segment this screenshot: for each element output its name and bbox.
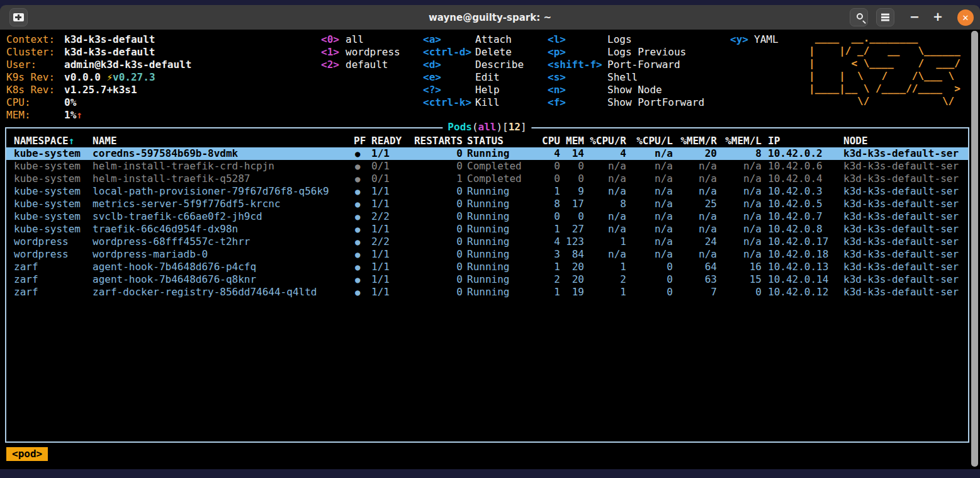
- search-button[interactable]: [850, 8, 868, 26]
- cell-cpu: 2: [536, 273, 560, 286]
- pod-row[interactable]: wordpress wordpress-mariadb-0 ● 1/1 0 Ru…: [6, 248, 968, 261]
- col-cpu[interactable]: CPU: [536, 135, 560, 147]
- cell-mem-r: n/a: [673, 173, 717, 185]
- cell-namespace: kube-system: [14, 160, 93, 173]
- cell-name: local-path-provisioner-79f67d76f8-q56k9: [93, 185, 354, 198]
- col-node[interactable]: NODE: [837, 135, 968, 147]
- pod-row[interactable]: kube-system helm-install-traefik-crd-hcp…: [6, 160, 968, 173]
- col-pf[interactable]: PF: [354, 135, 371, 147]
- pod-row[interactable]: kube-system metrics-server-5f9f776df5-kr…: [6, 198, 968, 210]
- cell-ready: 1/1: [371, 273, 409, 286]
- resource-crumb: <pod>: [6, 447, 48, 461]
- hotkey-row: <y> YAML: [730, 33, 779, 46]
- pod-row[interactable]: kube-system traefik-66c46d954f-dx98n ● 1…: [6, 223, 968, 236]
- cell-mem: 0: [560, 210, 584, 223]
- cell-restarts: 0: [409, 210, 463, 223]
- col-cpu-l[interactable]: %CPU/L: [626, 135, 673, 147]
- cell-ready: 1/1: [371, 198, 409, 210]
- cell-ready: 1/1: [371, 261, 409, 273]
- pf-dot-icon: ●: [354, 147, 371, 160]
- cell-cpu-l: 0: [626, 273, 673, 286]
- hotkey-key: <d>: [423, 59, 475, 71]
- cell-mem-l: n/a: [717, 248, 762, 261]
- hotkey-key: <f>: [548, 96, 607, 109]
- cell-restarts: 0: [409, 248, 463, 261]
- close-icon: ✕: [962, 13, 969, 23]
- cell-mem-r: 63: [673, 273, 717, 286]
- cell-status: Running: [463, 147, 536, 160]
- cell-mem: 0: [560, 160, 584, 173]
- info-value: k3d-k3s-default: [64, 46, 155, 59]
- menu-button[interactable]: [876, 8, 894, 26]
- hotkey-key: <e>: [423, 71, 475, 84]
- info-value: 1%: [64, 109, 76, 122]
- cell-cpu: 1: [536, 223, 560, 236]
- cell-ready: 0/1: [371, 173, 409, 185]
- close-button[interactable]: ✕: [957, 9, 974, 26]
- cell-mem-l: n/a: [717, 173, 762, 185]
- col-mem-r[interactable]: %MEM/R: [673, 135, 717, 147]
- cell-mem-l: n/a: [717, 198, 762, 210]
- cell-status: Running: [463, 198, 536, 210]
- pod-row[interactable]: kube-system coredns-597584b69b-8vdmk ● 1…: [6, 147, 968, 160]
- new-tab-button[interactable]: [9, 8, 28, 26]
- cell-mem: 19: [560, 286, 584, 299]
- pod-row[interactable]: zarf agent-hook-7b4648d676-q8knr ● 1/1 0…: [6, 273, 968, 286]
- desktop-background-bottom: [0, 469, 980, 478]
- cell-name: agent-hook-7b4648d676-p4cfq: [93, 261, 354, 273]
- pf-dot-icon: ●: [354, 185, 371, 198]
- cell-cpu-r: n/a: [584, 210, 626, 223]
- minimize-button[interactable]: −: [908, 5, 921, 30]
- col-status[interactable]: STATUS: [463, 135, 536, 147]
- cell-name: agent-hook-7b4648d676-q8knr: [93, 273, 354, 286]
- cell-status: Completed: [463, 160, 536, 173]
- col-mem-l[interactable]: %MEM/L: [717, 135, 762, 147]
- pod-row[interactable]: zarf zarf-docker-registry-856dd74644-q4l…: [6, 286, 968, 299]
- col-restarts[interactable]: RESTARTS: [409, 135, 463, 147]
- cell-mem-r: n/a: [673, 185, 717, 198]
- hotkey-key: <s>: [548, 71, 607, 84]
- col-namespace[interactable]: NAMESPACE↑: [14, 135, 93, 147]
- cell-cpu-l: n/a: [626, 236, 673, 248]
- pod-row[interactable]: kube-system svclb-traefik-c66ae0f2-jh9cd…: [6, 210, 968, 223]
- info-label: K9s Rev:: [6, 71, 64, 84]
- pf-dot-icon: ●: [354, 223, 371, 236]
- hotkey-row: <n> Show Node: [548, 84, 704, 96]
- col-name[interactable]: NAME: [93, 135, 354, 147]
- mem-up-arrow-icon: ↑: [76, 109, 82, 122]
- cell-cpu-r: 4: [584, 147, 626, 160]
- cell-restarts: 0: [409, 223, 463, 236]
- cell-name: svclb-traefik-c66ae0f2-jh9cd: [93, 210, 354, 223]
- pod-row[interactable]: kube-system local-path-provisioner-79f67…: [6, 185, 968, 198]
- cell-ip: 10.42.0.14: [762, 273, 837, 286]
- cell-ready: 1/1: [371, 147, 409, 160]
- col-cpu-r[interactable]: %CPU/R: [584, 135, 626, 147]
- cell-node: k3d-k3s-default-ser: [837, 236, 968, 248]
- action-hotkeys-col2: <l> Logs <p> Logs Previous <shift-f> Por…: [548, 33, 704, 109]
- col-ready[interactable]: READY: [371, 135, 409, 147]
- col-ip[interactable]: IP: [762, 135, 837, 147]
- hotkey-row: <p> Logs Previous: [548, 46, 704, 59]
- cell-cpu-r: n/a: [584, 248, 626, 261]
- cell-cpu: 1: [536, 261, 560, 273]
- maximize-button[interactable]: +: [932, 5, 944, 30]
- pod-row[interactable]: kube-system helm-install-traefik-q5287 ●…: [6, 173, 968, 185]
- cell-cpu-r: n/a: [584, 223, 626, 236]
- hotkey-row: <0> all: [321, 33, 400, 46]
- cell-namespace: kube-system: [14, 173, 93, 185]
- cell-restarts: 0: [409, 236, 463, 248]
- terminal-scrollbar[interactable]: [971, 31, 978, 467]
- cell-restarts: 0: [409, 286, 463, 299]
- hotkey-label: wordpress: [346, 46, 400, 59]
- pod-row[interactable]: zarf agent-hook-7b4648d676-p4cfq ● 1/1 0…: [6, 261, 968, 273]
- info-row: CPU: 0%: [6, 96, 191, 109]
- hotkey-key: <2>: [321, 59, 346, 71]
- pod-row[interactable]: wordpress wordpress-68fff4557c-t2hrr ● 2…: [6, 236, 968, 248]
- hotkey-key: <y>: [730, 33, 754, 46]
- cell-cpu-r: 1: [584, 286, 626, 299]
- action-hotkeys-col1: <a> Attach <ctrl-d> Delete <d> Describe …: [423, 33, 524, 109]
- hotkey-label: Edit: [475, 71, 500, 84]
- cell-ip: 10.42.0.12: [762, 286, 837, 299]
- hotkey-key: <l>: [548, 33, 607, 46]
- col-mem[interactable]: MEM: [560, 135, 584, 147]
